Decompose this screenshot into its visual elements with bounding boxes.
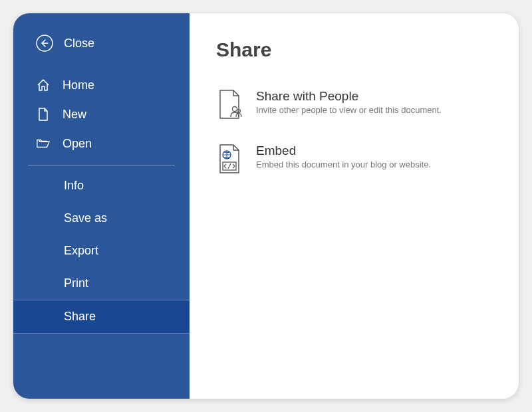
option-text: Share with People Invite other people to…	[256, 89, 442, 115]
option-title: Share with People	[256, 89, 442, 104]
folder-open-icon	[36, 136, 51, 151]
sidebar-item-label: Save as	[64, 211, 107, 225]
document-icon	[36, 107, 51, 122]
sidebar-item-label: Share	[64, 310, 96, 323]
sidebar-item-info[interactable]: Info	[13, 169, 190, 202]
sidebar-item-label: Print	[64, 276, 88, 290]
sidebar-item-label: Open	[63, 137, 92, 151]
main-panel: Share Share with People Invite other peo…	[190, 13, 519, 399]
sidebar-item-label: New	[63, 108, 86, 122]
sidebar-item-export[interactable]: Export	[13, 235, 190, 267]
share-with-people-option[interactable]: Share with People Invite other people to…	[216, 89, 492, 120]
close-label: Close	[64, 37, 94, 51]
sidebar: Close Home New Open	[13, 13, 190, 399]
svg-point-1	[233, 107, 237, 112]
sidebar-item-save-as[interactable]: Save as	[13, 202, 190, 235]
sidebar-item-label: Export	[64, 244, 98, 257]
sidebar-item-home[interactable]: Home	[13, 70, 190, 100]
embed-option[interactable]: Embed Embed this document in your blog o…	[216, 144, 492, 174]
sidebar-divider	[28, 165, 175, 165]
sidebar-item-share[interactable]: Share	[13, 300, 190, 334]
option-title: Embed	[256, 144, 431, 158]
sidebar-item-new[interactable]: New	[13, 100, 190, 129]
sidebar-item-open[interactable]: Open	[13, 129, 190, 158]
sidebar-item-label: Info	[64, 179, 84, 192]
back-arrow-icon	[36, 35, 53, 52]
embed-icon	[216, 144, 243, 174]
sidebar-item-label: Home	[63, 78, 94, 92]
option-desc: Embed this document in your blog or webs…	[256, 159, 431, 169]
option-text: Embed Embed this document in your blog o…	[256, 144, 431, 169]
sidebar-item-print[interactable]: Print	[13, 267, 190, 300]
app-window: Close Home New Open	[13, 13, 519, 399]
home-icon	[36, 78, 51, 92]
close-button[interactable]: Close	[13, 25, 190, 70]
page-title: Share	[216, 39, 492, 61]
share-people-icon	[216, 89, 243, 120]
option-desc: Invite other people to view or edit this…	[256, 105, 442, 115]
